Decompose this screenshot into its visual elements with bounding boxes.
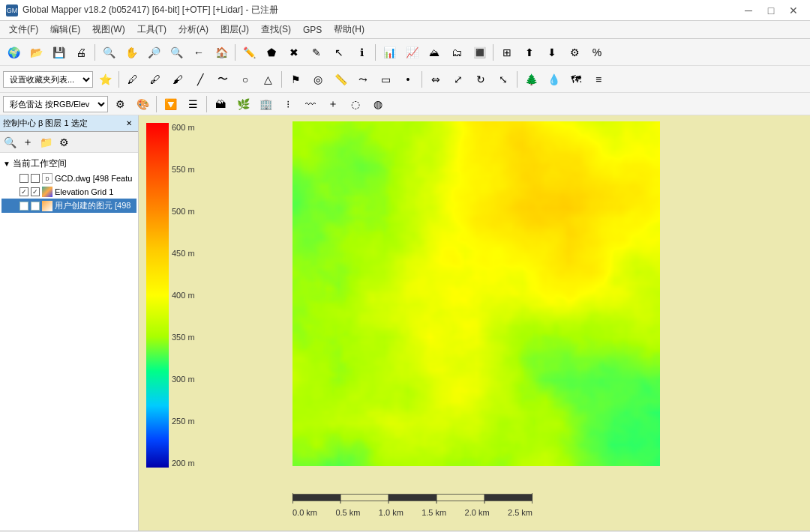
tb-flag[interactable]: ⚑ (285, 69, 306, 90)
tb-home[interactable]: 🏠 (211, 42, 232, 63)
menu-search[interactable]: 查找(S) (255, 22, 297, 37)
layer-item-vector[interactable]: 用户创建的图元 [498 (2, 199, 136, 213)
tb-zoom-out[interactable]: 🔍 (166, 42, 187, 63)
panel-close-button[interactable]: ✕ (123, 118, 135, 130)
close-button[interactable]: ✕ (783, 3, 804, 18)
tb-render-settings[interactable]: ⚙ (110, 94, 130, 115)
tb-percent[interactable]: % (586, 42, 608, 63)
tb-star[interactable]: ⭐ (94, 69, 116, 90)
tb-draw[interactable]: ✏️ (238, 42, 260, 63)
menu-gps[interactable]: GPS (297, 23, 328, 37)
menu-help[interactable]: 帮助(H) (328, 22, 370, 37)
tb-import[interactable]: ⬇ (542, 42, 562, 63)
tb-brush[interactable]: 🖌 (167, 69, 188, 90)
tb-arrows[interactable]: ⇔ (425, 69, 446, 90)
tb-path[interactable]: ⤳ (352, 69, 374, 90)
tb-extra1[interactable]: ≡ (588, 69, 609, 90)
tb-polygon[interactable]: ⬟ (261, 42, 282, 63)
panel-tb-folder[interactable]: 📁 (38, 134, 54, 151)
menu-view[interactable]: 视图(W) (86, 22, 130, 37)
elevation-map[interactable] (292, 121, 660, 466)
minimize-button[interactable]: ─ (738, 3, 759, 18)
tb-open[interactable]: 📂 (26, 42, 46, 63)
layer-elev-icon (42, 187, 52, 197)
tb-cursor[interactable]: ↖ (328, 42, 350, 63)
menu-analysis[interactable]: 分析(A) (172, 22, 214, 37)
tb-ruler[interactable]: 📏 (330, 69, 351, 90)
tb-print[interactable]: 🖨 (70, 42, 92, 63)
layer-elev-checkbox1[interactable]: ✓ (20, 187, 28, 196)
tb-zoom-in[interactable]: 🔎 (143, 42, 164, 63)
tb-chart1[interactable]: 📊 (379, 42, 400, 63)
tb-chart2[interactable]: 📈 (401, 42, 422, 63)
tb-scale[interactable]: ⤡ (493, 69, 514, 90)
tb-triangle[interactable]: △ (257, 69, 278, 90)
tb-export[interactable]: ⬆ (519, 42, 540, 63)
tb-line[interactable]: ╱ (190, 69, 211, 90)
tb-area[interactable]: ▭ (375, 69, 396, 90)
sep9 (156, 96, 157, 112)
tb-new[interactable]: 🌍 (3, 42, 24, 63)
tb-tree[interactable]: 🌲 (520, 69, 542, 90)
tick-600: 600 m (172, 123, 195, 132)
tb-dots[interactable]: ⁝ (278, 94, 298, 115)
tb-save[interactable]: 💾 (48, 42, 69, 63)
tb-color-settings[interactable]: 🎨 (132, 94, 153, 115)
tb-point[interactable]: • (398, 69, 418, 90)
panel-toolbar: 🔍 ＋ 📁 ⚙ (0, 132, 138, 153)
tb-info[interactable]: ℹ (351, 42, 372, 63)
layer-gcd-checkbox1[interactable] (20, 174, 28, 183)
tb-lidar1[interactable]: ◌ (345, 94, 366, 115)
scale-label-0: 0.0 km (292, 508, 317, 517)
tb-grid[interactable]: ⊞ (496, 42, 518, 63)
tick-550: 550 m (172, 165, 195, 174)
panel-tb-settings[interactable]: ⚙ (56, 134, 72, 151)
maximize-button[interactable]: □ (760, 3, 782, 18)
tb-search[interactable]: 🔍 (98, 42, 119, 63)
tb-edit[interactable]: ✎ (306, 42, 327, 63)
tb-hand[interactable]: ✋ (121, 42, 142, 63)
map-area[interactable]: 600 m 550 m 500 m 450 m 400 m 350 m 300 … (139, 115, 810, 531)
render-mode-combo[interactable]: 彩色雷达 按RGB/Elev (3, 96, 108, 112)
panel-tb-add[interactable]: ＋ (20, 134, 36, 151)
tb-pen2[interactable]: 🖋 (145, 69, 166, 90)
tb-lidar2[interactable]: ◍ (368, 94, 388, 115)
bookmark-combo[interactable]: 设置收藏夹列表... (3, 71, 93, 88)
menu-edit[interactable]: 编辑(E) (44, 22, 86, 37)
tb-move[interactable]: ⤢ (448, 69, 469, 90)
menu-layers[interactable]: 图层(J) (214, 22, 255, 37)
layer-gcd-checkbox2[interactable] (31, 174, 40, 183)
svg-rect-2 (340, 495, 388, 501)
tb-target[interactable]: ◎ (308, 69, 328, 90)
workspace-node[interactable]: ▼ 当前工作空间 (2, 156, 136, 172)
tb-delete[interactable]: ✖ (284, 42, 304, 63)
tb-circle[interactable]: ○ (235, 69, 256, 90)
tb-settings[interactable]: ⚙ (564, 42, 585, 63)
toolbar-row-2: 设置收藏夹列表... ⭐ 🖊 🖋 🖌 ╱ 〜 ○ △ ⚑ ◎ 📏 ⤳ ▭ • ⇔… (0, 66, 810, 93)
tb-layer[interactable]: 🗂 (446, 42, 467, 63)
tb-mountain[interactable]: ⛰ (424, 42, 445, 63)
panel-tb-search[interactable]: 🔍 (2, 134, 18, 151)
tb-arrow-left[interactable]: ← (188, 42, 209, 63)
layer-item-gcd[interactable]: D GCD.dwg [498 Featu (2, 172, 136, 185)
layer-vector-label: 用户创建的图元 [498 (55, 200, 130, 211)
menu-tools[interactable]: 工具(T) (131, 22, 172, 37)
layer-item-elevation[interactable]: ✓ ✓ Elevation Grid 1 (2, 185, 136, 199)
tb-rotate[interactable]: ↻ (470, 69, 491, 90)
tb-bezier[interactable]: 〜 (212, 69, 233, 90)
tb-view3d[interactable]: 🔳 (469, 42, 490, 63)
tb-terrain[interactable]: 🏔 (210, 94, 231, 115)
tb-wave[interactable]: 〰 (300, 94, 321, 115)
tb-building[interactable]: 🏢 (255, 94, 276, 115)
layer-vector-checkbox1[interactable] (20, 202, 28, 211)
tb-filter[interactable]: 🔽 (160, 94, 181, 115)
tb-veg[interactable]: 🌿 (232, 94, 254, 115)
tb-pen1[interactable]: 🖊 (122, 69, 143, 90)
layer-vector-checkbox2[interactable] (31, 202, 40, 211)
layer-elev-checkbox2[interactable]: ✓ (31, 187, 40, 196)
tb-plus[interactable]: ＋ (322, 94, 344, 115)
menu-file[interactable]: 文件(F) (3, 22, 44, 37)
tb-water[interactable]: 💧 (543, 69, 564, 90)
tb-map[interactable]: 🗺 (566, 69, 586, 90)
tb-classify[interactable]: ☰ (182, 94, 203, 115)
